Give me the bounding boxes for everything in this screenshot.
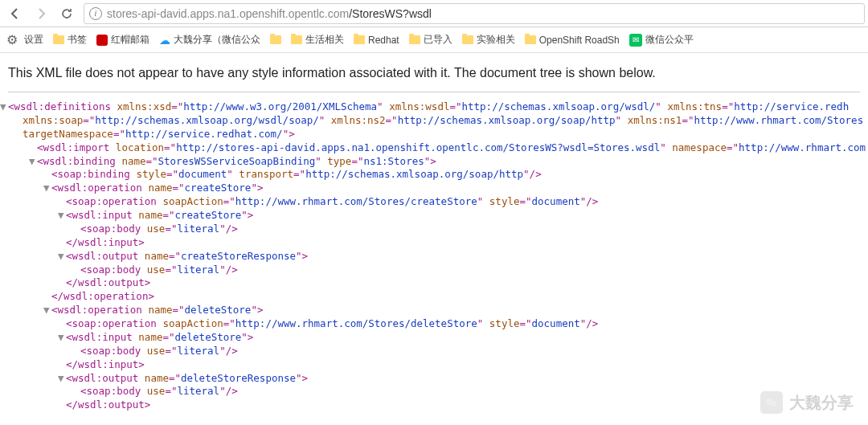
folder-icon — [291, 35, 302, 44]
folder-icon — [409, 35, 420, 44]
collapser-icon[interactable]: ▼ — [43, 182, 51, 195]
collapser-icon[interactable]: ▼ — [29, 155, 37, 169]
xml-notice: This XML file does not appear to have an… — [8, 61, 860, 92]
xml-tree: ▼<wsdl:definitions xmlns:xsd="http://www… — [8, 100, 860, 412]
browser-navbar: i stores-api-david.apps.na1.openshift.op… — [0, 0, 868, 27]
collapser-icon[interactable]: ▼ — [58, 331, 66, 345]
bookmark-dawei-share[interactable]: ☁大魏分享（微信公众 — [156, 31, 264, 48]
url-text: stores-api-david.apps.na1.openshift.open… — [107, 7, 432, 20]
wechat-icon: ✉ — [629, 34, 642, 47]
folder-icon — [53, 35, 64, 44]
folder-icon — [462, 35, 473, 44]
wechat-watermark-icon — [760, 391, 783, 414]
folder-icon — [270, 35, 281, 44]
folder-icon — [354, 35, 365, 44]
collapser-icon[interactable]: ▼ — [43, 304, 51, 317]
forward-button[interactable] — [29, 2, 53, 25]
url-bar[interactable]: i stores-api-david.apps.na1.openshift.op… — [84, 3, 865, 24]
reload-button[interactable] — [55, 2, 79, 25]
collapser-icon[interactable]: ▼ — [58, 250, 66, 264]
bookmark-settings[interactable]: 设置 — [21, 31, 47, 48]
page-content: This XML file does not appear to have an… — [0, 53, 868, 420]
settings-icon[interactable]: ⚙ — [6, 32, 18, 47]
bookmark-redhat-mail[interactable]: 红帽邮箱 — [93, 31, 153, 48]
folder-icon — [525, 35, 536, 44]
bookmark-experiments[interactable]: 实验相关 — [459, 31, 518, 48]
back-button[interactable] — [3, 2, 27, 25]
cloud-icon: ☁ — [159, 34, 170, 47]
watermark: 大魏分享 — [760, 391, 854, 414]
bookmark-imported[interactable]: 已导入 — [406, 31, 456, 48]
collapser-icon[interactable]: ▼ — [58, 372, 66, 386]
bookmark-life[interactable]: 生活相关 — [288, 31, 347, 48]
watermark-text: 大魏分享 — [789, 392, 854, 414]
bookmarks-bar: ⚙ 设置 书签 红帽邮箱 ☁大魏分享（微信公众 生活相关 Redhat 已导入 … — [0, 27, 868, 53]
redhat-icon — [96, 35, 108, 46]
bookmark-wechat[interactable]: ✉微信公众平 — [626, 31, 697, 48]
collapser-icon[interactable]: ▼ — [0, 100, 8, 114]
site-info-icon[interactable]: i — [89, 7, 102, 20]
collapser-icon[interactable]: ▼ — [58, 209, 66, 223]
bookmark-folder-empty[interactable] — [267, 34, 285, 46]
bookmark-redhat[interactable]: Redhat — [350, 33, 403, 47]
bookmark-openshift[interactable]: OpenShift RoadSh — [522, 33, 623, 47]
svg-point-1 — [771, 401, 777, 407]
bookmark-bookmarks[interactable]: 书签 — [50, 31, 90, 48]
